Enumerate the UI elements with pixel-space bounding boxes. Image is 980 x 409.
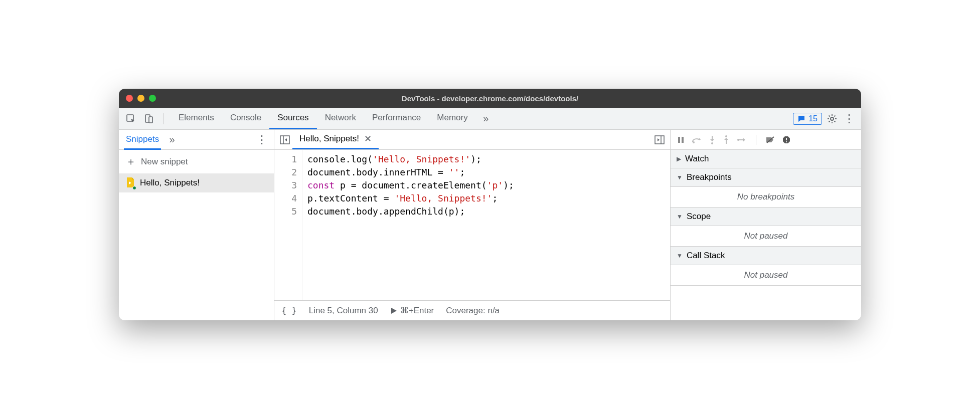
snippet-file-icon (126, 177, 135, 188)
device-toolbar-icon[interactable] (142, 112, 156, 126)
tab-performance[interactable]: Performance (364, 108, 429, 129)
coverage-status: Coverage: n/a (446, 306, 500, 316)
editor-statusbar: { } Line 5, Column 30 ⌘+Enter Coverage: … (274, 300, 670, 320)
svg-point-10 (693, 141, 695, 143)
divider (756, 135, 756, 145)
section-title: Scope (687, 212, 711, 222)
section-header[interactable]: ▼Scope (671, 208, 861, 226)
pause-icon[interactable] (677, 136, 685, 144)
section-body: No breakpoints (671, 187, 861, 207)
show-navigator-icon[interactable] (277, 130, 292, 149)
editor-pane: Hello, Snippets! ✕ 12345 console.log('He… (274, 130, 671, 320)
divider (163, 113, 164, 124)
section-header[interactable]: ▼Breakpoints (671, 168, 861, 187)
triangle-down-icon: ▼ (677, 252, 683, 259)
svg-rect-9 (682, 137, 684, 143)
snippet-list-item[interactable]: Hello, Snippets! (119, 173, 274, 192)
content-area: Snippets » ⋮ ＋ New snippet Hello, Snippe… (119, 130, 861, 320)
debugger-toolbar (671, 130, 861, 150)
close-window-button[interactable] (126, 95, 133, 102)
deactivate-breakpoints-icon[interactable] (765, 136, 775, 144)
section-title: Call Stack (687, 251, 725, 261)
issues-count: 15 (808, 114, 818, 123)
debug-section-call-stack: ▼Call StackNot paused (671, 247, 861, 286)
inspect-element-icon[interactable] (124, 112, 138, 126)
issues-badge[interactable]: 15 (793, 113, 822, 125)
triangle-right-icon: ▶ (677, 155, 681, 162)
new-snippet-label: New snippet (141, 157, 188, 167)
debug-section-watch: ▶Watch (671, 150, 861, 168)
step-out-icon[interactable] (723, 135, 730, 144)
window-title: DevTools - developer.chrome.com/docs/dev… (119, 94, 861, 103)
main-toolbar: ElementsConsoleSourcesNetworkPerformance… (119, 108, 861, 130)
svg-rect-2 (149, 117, 152, 123)
cursor-position: Line 5, Column 30 (309, 306, 378, 316)
devtools-window: DevTools - developer.chrome.com/docs/dev… (119, 89, 861, 320)
run-snippet-button[interactable]: ⌘+Enter (390, 305, 434, 316)
svg-point-16 (737, 139, 739, 141)
editor-tab-title: Hello, Snippets! (299, 134, 359, 144)
svg-point-12 (711, 142, 713, 144)
panel-tabs: ElementsConsoleSourcesNetworkPerformance… (171, 108, 476, 129)
debug-section-scope: ▼ScopeNot paused (671, 208, 861, 247)
svg-rect-19 (786, 138, 787, 140)
titlebar: DevTools - developer.chrome.com/docs/dev… (119, 89, 861, 108)
section-body: Not paused (671, 265, 861, 285)
editor-tab[interactable]: Hello, Snippets! ✕ (292, 130, 379, 149)
tab-elements[interactable]: Elements (171, 108, 222, 129)
tab-network[interactable]: Network (317, 108, 364, 129)
debugger-pane: ▶Watch▼BreakpointsNo breakpoints▼ScopeNo… (671, 130, 861, 320)
editor-tabbar: Hello, Snippets! ✕ (274, 130, 670, 150)
show-debugger-icon[interactable] (652, 130, 667, 149)
settings-icon[interactable] (825, 112, 839, 126)
format-code-icon[interactable]: { } (281, 306, 297, 316)
triangle-down-icon: ▼ (677, 213, 683, 220)
snippet-item-label: Hello, Snippets! (140, 178, 200, 188)
pause-on-exceptions-icon[interactable] (782, 136, 790, 144)
svg-rect-20 (786, 141, 787, 142)
section-title: Watch (685, 154, 709, 164)
svg-rect-8 (678, 137, 680, 143)
section-body: Not paused (671, 226, 861, 246)
snippets-tab[interactable]: Snippets (124, 134, 161, 150)
minimize-window-button[interactable] (137, 95, 144, 102)
tab-sources[interactable]: Sources (269, 108, 316, 129)
triangle-down-icon: ▼ (677, 174, 683, 181)
tab-memory[interactable]: Memory (429, 108, 475, 129)
step-icon[interactable] (737, 136, 747, 143)
message-icon (797, 115, 805, 123)
svg-point-3 (831, 117, 834, 120)
svg-point-14 (725, 135, 727, 137)
line-gutter: 12345 (274, 150, 302, 300)
step-over-icon[interactable] (692, 136, 702, 144)
traffic-lights (126, 95, 156, 102)
code-content[interactable]: console.log('Hello, Snippets!');document… (302, 150, 519, 300)
navigator-menu-icon[interactable]: ⋮ (255, 133, 269, 147)
navigator-pane: Snippets » ⋮ ＋ New snippet Hello, Snippe… (119, 130, 274, 320)
more-navigator-tabs-icon[interactable]: » (165, 133, 179, 147)
section-title: Breakpoints (687, 172, 732, 182)
tab-console[interactable]: Console (222, 108, 269, 129)
close-tab-icon[interactable]: ✕ (364, 133, 372, 144)
maximize-window-button[interactable] (149, 95, 156, 102)
play-icon (390, 307, 397, 314)
more-tabs-icon[interactable]: » (479, 112, 493, 126)
code-editor[interactable]: 12345 console.log('Hello, Snippets!');do… (274, 150, 670, 300)
section-header[interactable]: ▶Watch (671, 150, 861, 168)
step-into-icon[interactable] (709, 135, 716, 144)
section-header[interactable]: ▼Call Stack (671, 247, 861, 265)
new-snippet-button[interactable]: ＋ New snippet (119, 150, 274, 173)
kebab-menu-icon[interactable]: ⋮ (842, 112, 856, 126)
debug-section-breakpoints: ▼BreakpointsNo breakpoints (671, 168, 861, 208)
navigator-header: Snippets » ⋮ (119, 130, 274, 150)
plus-icon: ＋ (126, 155, 136, 168)
